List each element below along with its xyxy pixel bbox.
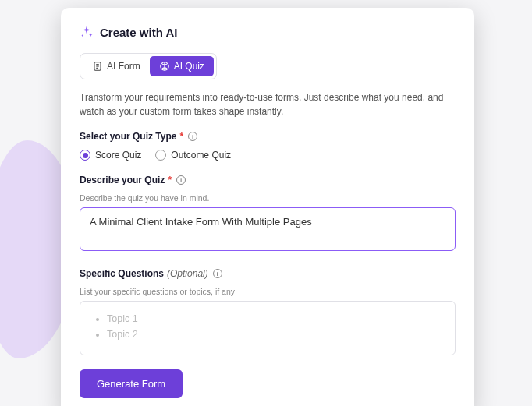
radio-outcome-quiz[interactable]: Outcome Quiz xyxy=(155,150,231,161)
info-icon[interactable]: i xyxy=(213,269,222,278)
radio-score-quiz[interactable]: Score Quiz xyxy=(80,150,141,161)
radio-circle-icon xyxy=(80,150,90,161)
page-title: Create with AI xyxy=(100,26,177,39)
card-header: Create with AI xyxy=(80,25,456,39)
placeholder-topic: Topic 2 xyxy=(107,327,444,342)
info-icon[interactable]: i xyxy=(188,132,197,141)
radio-circle-icon xyxy=(155,150,166,161)
specific-helper: List your specific questions or topics, … xyxy=(80,287,456,296)
tab-group: AI Form AI Quiz xyxy=(80,53,217,79)
quiz-type-radios: Score Quiz Outcome Quiz xyxy=(80,150,456,161)
generate-form-button[interactable]: Generate Form xyxy=(80,369,183,398)
tab-label: AI Quiz xyxy=(174,61,204,72)
tab-label: AI Form xyxy=(107,61,140,72)
sparkle-icon xyxy=(80,25,94,39)
describe-label: Describe your Quiz* i xyxy=(80,175,456,185)
specific-textarea[interactable]: Topic 1 Topic 2 xyxy=(80,301,456,355)
info-icon[interactable]: i xyxy=(176,175,186,185)
description-text: Transform your requirements into ready-t… xyxy=(80,90,456,118)
quiz-type-label: Select your Quiz Type* i xyxy=(80,131,456,142)
create-with-ai-card: Create with AI AI Form AI Quiz Transform… xyxy=(61,8,474,406)
specific-label: Specific Questions (Optional) i xyxy=(80,268,456,279)
describe-helper: Describe the quiz you have in mind. xyxy=(80,193,456,203)
radio-label: Outcome Quiz xyxy=(171,150,231,161)
placeholder-list: Topic 1 Topic 2 xyxy=(91,311,444,342)
tab-ai-form[interactable]: AI Form xyxy=(83,56,150,76)
describe-textarea[interactable] xyxy=(80,207,456,251)
form-icon xyxy=(92,61,103,72)
radio-label: Score Quiz xyxy=(95,150,141,161)
placeholder-topic: Topic 1 xyxy=(107,311,444,327)
tab-ai-quiz[interactable]: AI Quiz xyxy=(150,56,214,76)
brain-icon xyxy=(159,61,170,72)
